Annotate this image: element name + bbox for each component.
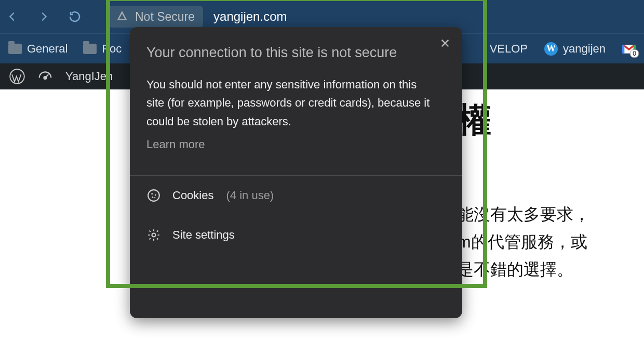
cookies-count: (4 in use) — [226, 189, 274, 202]
bookmark-yangijen[interactable]: W yangijen — [541, 40, 609, 58]
address-domain[interactable]: yangijen.com — [210, 9, 287, 24]
learn-more-link[interactable]: Learn more — [146, 138, 446, 151]
bookmark-pocket[interactable]: Poc — [80, 40, 125, 58]
site-settings-label: Site settings — [172, 228, 235, 242]
svg-point-8 — [151, 193, 153, 194]
cookies-row[interactable]: Cookies (4 in use) — [146, 176, 446, 215]
cookies-label: Cookies — [172, 189, 213, 202]
bookmark-develop[interactable]: VELOP — [487, 40, 531, 58]
close-icon[interactable] — [439, 37, 451, 51]
folder-icon — [83, 44, 97, 54]
bookmark-gmail[interactable]: 0 — [619, 41, 639, 57]
gmail-icon: 0 — [622, 43, 636, 55]
reload-button[interactable] — [68, 9, 82, 24]
site-settings-row[interactable]: Site settings — [146, 215, 446, 255]
svg-point-7 — [148, 190, 159, 201]
folder-icon — [8, 44, 22, 54]
cookie-icon — [146, 188, 161, 203]
svg-point-10 — [152, 196, 153, 198]
svg-point-9 — [155, 194, 156, 195]
popup-body: You should not enter any sensitive infor… — [146, 75, 437, 131]
security-chip[interactable]: Not Secure — [108, 6, 203, 28]
bookmark-general[interactable]: General — [5, 40, 71, 58]
unread-badge: 0 — [630, 49, 639, 58]
wp-site-name[interactable]: YangIJen — [65, 70, 113, 83]
page-line: m的代管服務，或 — [457, 232, 587, 251]
page-line: 能沒有太多要求， — [457, 205, 590, 224]
svg-point-11 — [154, 197, 155, 198]
page-line: 是不錯的選擇。 — [457, 260, 573, 279]
bookmark-label: General — [27, 42, 68, 56]
popup-title: Your connection to this site is not secu… — [146, 43, 417, 63]
security-popup: Your connection to this site is not secu… — [130, 27, 462, 318]
back-button[interactable] — [5, 9, 20, 24]
bookmark-label: yangijen — [563, 42, 606, 56]
dashboard-icon[interactable] — [37, 69, 53, 84]
wordpress-logo-icon[interactable] — [9, 69, 25, 84]
gear-icon — [146, 228, 161, 242]
svg-point-12 — [152, 233, 156, 237]
svg-rect-0 — [122, 15, 123, 17]
bookmark-label: Poc — [102, 42, 122, 56]
warning-icon — [116, 10, 128, 23]
svg-rect-1 — [122, 18, 123, 19]
not-secure-label: Not Secure — [135, 10, 195, 24]
wordpress-icon: W — [544, 42, 558, 56]
forward-button[interactable] — [36, 9, 51, 24]
bookmark-label: VELOP — [490, 42, 528, 56]
